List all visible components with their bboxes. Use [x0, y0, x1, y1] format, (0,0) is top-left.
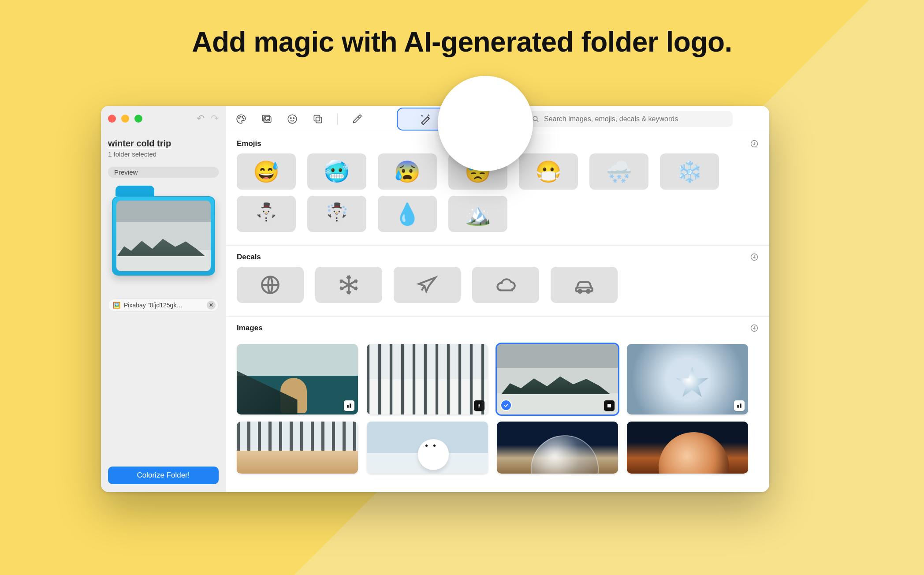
- redo-icon[interactable]: ↷: [211, 113, 219, 124]
- images-grid: [226, 338, 769, 474]
- sidebar: ↶ ↷ winter cold trip 1 folder selected P…: [101, 106, 226, 492]
- decal-cloud[interactable]: [472, 267, 539, 303]
- decal-car[interactable]: [551, 267, 618, 303]
- preview-chip: Preview: [108, 167, 219, 178]
- images-title: Images: [237, 324, 263, 332]
- svg-rect-21: [350, 403, 351, 407]
- emoji-icon[interactable]: [286, 113, 298, 125]
- emoji-row-1: 😅 🥶 😰 😓 😷 🌨️ ❄️: [237, 153, 759, 190]
- remove-tag-button[interactable]: ✕: [207, 301, 216, 310]
- palette-icon[interactable]: [235, 113, 247, 125]
- decal-globe[interactable]: [237, 267, 304, 303]
- emoji-tile[interactable]: 😓: [448, 153, 507, 190]
- source-badge-icon: [344, 400, 354, 411]
- image-thumb[interactable]: [367, 344, 488, 414]
- tag-label: Pixabay "0fjd125gk…: [124, 302, 183, 309]
- svg-point-3: [243, 118, 244, 119]
- download-icon[interactable]: [750, 139, 759, 148]
- svg-rect-24: [737, 405, 739, 408]
- search-icon: [532, 115, 540, 123]
- svg-rect-11: [314, 115, 320, 121]
- image-thumb[interactable]: [627, 344, 748, 414]
- decals-icon[interactable]: [312, 113, 324, 125]
- folder-preview: [112, 186, 215, 276]
- svg-rect-23: [607, 404, 611, 407]
- page-headline: Add magic with AI-generated folder logo.: [0, 26, 924, 58]
- decal-snowflake[interactable]: [315, 267, 382, 303]
- emoji-tile[interactable]: ❄️: [660, 153, 719, 190]
- svg-point-2: [242, 116, 243, 117]
- minimize-window-button[interactable]: [121, 115, 129, 123]
- image-thumb-selected[interactable]: [497, 344, 618, 414]
- download-icon[interactable]: [750, 324, 759, 332]
- ukraine-heart-icon[interactable]: 💙💛: [478, 113, 504, 125]
- svg-point-7: [288, 115, 297, 123]
- decals-title: Decals: [237, 253, 261, 261]
- maximize-window-button[interactable]: [134, 115, 142, 123]
- svg-point-1: [240, 116, 241, 117]
- image-thumb[interactable]: [237, 422, 358, 474]
- emoji-tile[interactable]: ⛄: [237, 196, 296, 232]
- toolbar: 💙💛: [226, 106, 769, 132]
- svg-rect-25: [740, 403, 741, 407]
- selection-info: 1 folder selected: [108, 150, 219, 158]
- eyedropper-icon[interactable]: [351, 113, 363, 125]
- search-field[interactable]: [525, 111, 733, 127]
- undo-icon[interactable]: ↶: [197, 113, 205, 124]
- image-thumb[interactable]: [627, 422, 748, 474]
- folder-name[interactable]: winter cold trip: [108, 138, 219, 149]
- svg-point-8: [291, 117, 291, 118]
- decals-section: Decals: [226, 246, 769, 314]
- main-panel: 💙💛 Emojis 😅 🥶 😰 😓 😷 🌨️ ❄️: [226, 106, 769, 492]
- emoji-tile[interactable]: 😅: [237, 153, 296, 190]
- decal-row: [237, 267, 759, 303]
- image-thumb[interactable]: [237, 344, 358, 414]
- source-badge-icon: [604, 400, 615, 411]
- emoji-row-2: ⛄ ☃️ 💧 🏔️: [237, 196, 759, 232]
- emojis-title: Emojis: [237, 139, 261, 148]
- emoji-tile[interactable]: 💧: [378, 196, 437, 232]
- app-window: ↶ ↷ winter cold trip 1 folder selected P…: [101, 106, 769, 492]
- svg-point-22: [478, 404, 480, 406]
- svg-point-0: [238, 117, 239, 118]
- emoji-tile[interactable]: 🏔️: [448, 196, 507, 232]
- svg-rect-20: [347, 405, 349, 408]
- image-thumb[interactable]: [367, 422, 488, 474]
- image-thumb[interactable]: [497, 422, 618, 474]
- image-file-icon: 🖼️: [113, 302, 120, 309]
- emoji-tile[interactable]: 😷: [519, 153, 578, 190]
- svg-point-12: [533, 116, 537, 121]
- emoji-tile[interactable]: 🥶: [307, 153, 366, 190]
- colorize-folder-button[interactable]: Colorize Folder!: [108, 467, 219, 484]
- applied-tag-pill[interactable]: 🖼️ Pixabay "0fjd125gk… ✕: [108, 299, 219, 312]
- selected-check-icon: [500, 400, 512, 411]
- close-window-button[interactable]: [108, 115, 116, 123]
- source-badge-icon: [474, 400, 484, 411]
- source-badge-icon: [734, 400, 745, 411]
- emojis-section: Emojis 😅 🥶 😰 😓 😷 🌨️ ❄️ ⛄ ☃️ 💧 🏔️: [226, 132, 769, 243]
- emoji-tile[interactable]: 🌨️: [589, 153, 648, 190]
- images-icon[interactable]: [261, 113, 273, 125]
- decal-airplane[interactable]: [394, 267, 461, 303]
- toolbar-divider: [337, 113, 338, 125]
- emoji-tile[interactable]: ☃️: [307, 196, 366, 232]
- emoji-tile[interactable]: 😰: [378, 153, 437, 190]
- svg-point-9: [293, 117, 294, 118]
- magic-ai-button[interactable]: [397, 108, 454, 131]
- images-section: Images: [226, 317, 769, 338]
- search-input[interactable]: [544, 115, 727, 123]
- download-icon[interactable]: [750, 253, 759, 261]
- svg-rect-10: [316, 117, 322, 123]
- window-controls: ↶ ↷: [108, 113, 219, 124]
